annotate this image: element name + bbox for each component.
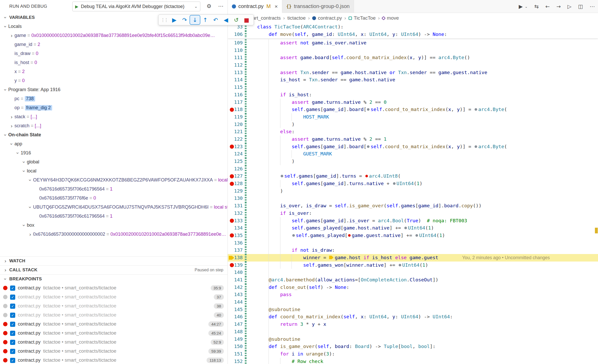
start-debugging-icon[interactable]: ▶	[75, 4, 78, 9]
line-number[interactable]: 120	[228, 121, 243, 128]
inline-breakpoint-icon[interactable]	[399, 264, 401, 266]
inline-breakpoint-icon[interactable]	[393, 182, 396, 185]
reverse-continue-button[interactable]: ◀	[221, 15, 231, 24]
code-line[interactable]: 127 self.games[game_id].turns = arc4.UIn…	[228, 172, 598, 180]
code-line[interactable]: 112	[228, 61, 598, 69]
breakpoint-checkbox[interactable]: ✓	[10, 358, 15, 363]
variable-row[interactable]: ›y = 0	[0, 76, 227, 85]
code-line[interactable]: 123 self.games[game_id].board[self.coord…	[228, 143, 598, 151]
breakpoint-checkbox[interactable]: ✓	[10, 349, 15, 354]
step-into-button[interactable]: ↓	[190, 15, 200, 24]
variable-row[interactable]: ›stack = [...]	[0, 112, 227, 121]
line-number[interactable]: 137	[228, 247, 243, 254]
drag-handle-icon[interactable]: ⋮⋮	[161, 17, 167, 22]
chevron-down-icon[interactable]: ›	[2, 132, 9, 138]
stop-button[interactable]: ■	[242, 15, 251, 24]
line-number[interactable]: 110	[228, 47, 243, 54]
inline-breakpoint-icon[interactable]	[292, 234, 295, 237]
chevron-down-icon[interactable]: ›	[9, 141, 15, 147]
line-number[interactable]: 143	[228, 291, 243, 298]
inline-breakpoint-icon[interactable]	[475, 145, 477, 148]
chevron-down-icon[interactable]: ›	[27, 177, 33, 183]
line-number[interactable]: 132	[228, 210, 243, 217]
line-number[interactable]: 134	[228, 224, 243, 232]
code-line[interactable]: 114 is_host = Txn.sender == game.host.na…	[228, 76, 598, 84]
chevron-right-icon[interactable]: ›	[9, 33, 14, 39]
line-number[interactable]: 135	[228, 232, 243, 239]
breakpoint-checkbox[interactable]: ✓	[10, 322, 15, 327]
code-line[interactable]: 141 @arc4.baremethod(allow_actions=[OnCo…	[228, 276, 598, 284]
breakpoint-checkbox[interactable]: ✓	[10, 313, 15, 318]
more-actions-button[interactable]: ⋯	[590, 3, 595, 10]
code-line[interactable]: 118 self.games[game_id].board[self.coord…	[228, 106, 598, 113]
line-number[interactable]: 119	[228, 113, 243, 121]
line-number[interactable]: 152	[228, 358, 243, 364]
variable-row[interactable]: ›0x67616d65735f776f6e = 0	[0, 194, 227, 203]
line-number[interactable]: 133	[228, 217, 243, 225]
breakpoint-item[interactable]: ✓contract.pytictactoe • smart_contracts/…	[0, 311, 227, 320]
code-line[interactable]: 149 @subroutine	[228, 336, 598, 343]
chevron-down-icon[interactable]: ›	[21, 159, 27, 165]
chevron-down-icon[interactable]: ›	[2, 87, 9, 93]
step-back-button[interactable]: ↶	[211, 15, 221, 24]
breakpoint-checkbox[interactable]: ✓	[10, 295, 15, 300]
chevron-down-icon[interactable]: ›	[15, 150, 21, 156]
line-number[interactable]: 147	[228, 321, 243, 328]
variable-row[interactable]: ›pc = 738	[0, 94, 227, 103]
line-number[interactable]: 113	[228, 69, 243, 76]
code-line[interactable]: 131 is_over, is_draw = self.is_game_over…	[228, 202, 598, 210]
code-line[interactable]: 151 for i in urange(3):	[228, 350, 598, 358]
code-line[interactable]: 120 )	[228, 121, 598, 128]
line-number[interactable]: 111	[228, 54, 243, 61]
variable-row[interactable]: ›1916	[0, 148, 227, 157]
variable-row[interactable]: ›global	[0, 157, 227, 167]
breakpoint-item[interactable]: ✓contract.pytictactoe • smart_contracts/…	[0, 338, 227, 347]
breakpoint-item[interactable]: ✓contract.pytictactoe • smart_contracts/…	[0, 292, 227, 302]
line-number[interactable]: 144	[228, 298, 243, 306]
code-line[interactable]: 106 def move(self, game_id: UInt64, x: U…	[228, 31, 598, 38]
variable-row[interactable]: ›scratch = [...]	[0, 121, 227, 130]
breadcrumb-item-contract-py[interactable]: contract.py	[312, 15, 342, 21]
continue-button[interactable]: ▶	[169, 15, 179, 24]
code-line[interactable]: 150 def is_game_over(self, board: Board)…	[228, 343, 598, 350]
code-line[interactable]: 121 else:	[228, 128, 598, 136]
code-line[interactable]: 113 assert Txn.sender == game.host.nativ…	[228, 69, 598, 76]
chevron-down-icon[interactable]: ›	[2, 24, 9, 29]
code-line[interactable]: 132 if is_over:	[228, 210, 598, 217]
inline-breakpoint-icon[interactable]	[367, 145, 369, 148]
code-line[interactable]: 115	[228, 84, 598, 91]
code-line[interactable]: 122 assert game.turns.native % 2 == 1	[228, 136, 598, 143]
navigate-forward-button[interactable]: →	[556, 3, 561, 10]
variable-row[interactable]: ›0x67616d65735f706c61796564 = 1	[0, 185, 227, 194]
variable-row[interactable]: ›game = 0x010000000102010002a0693878ae37…	[0, 31, 227, 40]
code-line[interactable]: 148	[228, 328, 598, 336]
breakpoints-section-header[interactable]: › BREAKPOINTS	[0, 274, 227, 283]
line-number[interactable]: 151	[228, 350, 243, 358]
line-number[interactable]: 141	[228, 276, 243, 284]
chevron-right-icon[interactable]: ›	[9, 114, 14, 120]
code-line[interactable]: 145 @subroutine	[228, 306, 598, 313]
chevron-down-icon[interactable]: ›	[21, 223, 27, 228]
run-or-debug-button[interactable]: ▷	[568, 3, 571, 10]
watch-section-header[interactable]: › WATCH	[0, 256, 227, 265]
line-number[interactable]: 125	[228, 158, 243, 165]
code-line[interactable]: 109 assert not game.is_over.native	[228, 39, 598, 47]
line-number[interactable]: 140	[228, 269, 243, 276]
breakpoint-item[interactable]: ✓contract.pytictactoe • smart_contracts/…	[0, 347, 227, 356]
debug-config-dropdown[interactable]: ▶ Debug TEAL via AlgoKit AVM Debugger (t…	[72, 2, 200, 11]
code-line[interactable]: 117 assert game.turns.native % 2 == 0	[228, 99, 598, 106]
line-number[interactable]: 121	[228, 128, 243, 136]
chevron-right-icon[interactable]: ›	[9, 123, 14, 129]
code-line[interactable]: 133 self.games[game_id].is_over = arc4.B…	[228, 217, 598, 225]
breakpoint-checkbox[interactable]: ✓	[10, 331, 15, 336]
line-number[interactable]: 118	[228, 106, 243, 113]
line-number[interactable]: 127	[228, 172, 243, 180]
code-line[interactable]: 129 )	[228, 187, 598, 195]
variable-row[interactable]: ›x = 2	[0, 67, 227, 76]
line-number[interactable]: 124	[228, 150, 243, 158]
split-editor-button[interactable]: ◫	[578, 3, 583, 10]
line-number[interactable]: 130	[228, 195, 243, 202]
variable-row[interactable]: ›app	[0, 139, 227, 148]
breakpoint-item[interactable]: ✓contract.pytictactoe • smart_contracts/…	[0, 329, 227, 338]
code-line[interactable]: 147 return 3 * y + x	[228, 321, 598, 328]
